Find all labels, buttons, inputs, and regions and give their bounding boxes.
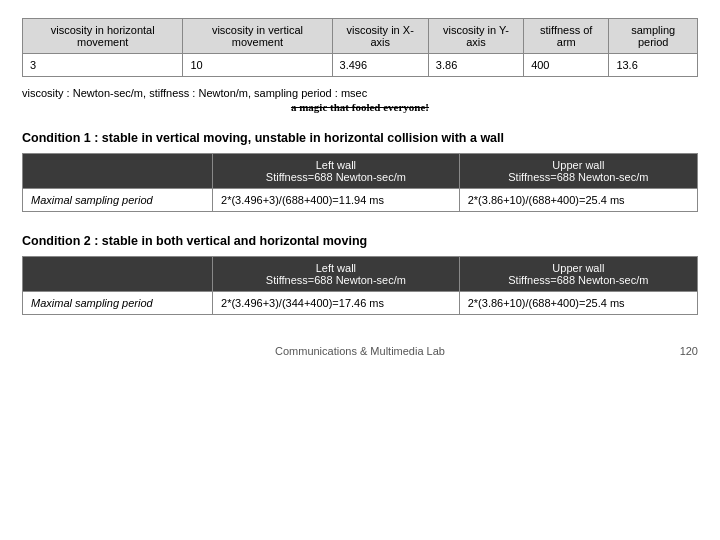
cond2-row: Maximal sampling period 2*(3.496+3)/(344… [23,292,698,315]
parameter-table: viscosity in horizontal movement viscosi… [22,18,698,77]
condition2-table: Left wallStiffness=688 Newton-sec/m Uppe… [22,256,698,315]
cond2-label: Maximal sampling period [23,292,213,315]
condition1-block: Condition 1 : stable in vertical moving,… [22,131,698,212]
notes-block: viscosity : Newton-sec/m, stiffness : Ne… [22,87,698,113]
header-viscosity-y: viscosity in Y-axis [428,19,523,54]
condition1-title: Condition 1 : stable in vertical moving,… [22,131,698,145]
val-viscosity-x: 3.496 [332,54,428,77]
val-sampling: 13.6 [609,54,698,77]
footer: Communications & Multimedia Lab 120 [22,345,698,357]
condition2-block: Condition 2 : stable in both vertical an… [22,234,698,315]
val-viscosity-horizontal: 3 [23,54,183,77]
cond2-left-val: 2*(3.496+3)/(344+400)=17.46 ms [213,292,460,315]
cond1-left-val: 2*(3.496+3)/(688+400)=11.94 ms [213,189,460,212]
val-stiffness: 400 [524,54,609,77]
header-viscosity-x: viscosity in X-axis [332,19,428,54]
cond1-label: Maximal sampling period [23,189,213,212]
header-viscosity-horizontal: viscosity in horizontal movement [23,19,183,54]
header-sampling: sampling period [609,19,698,54]
header-stiffness: stiffness of arm [524,19,609,54]
footer-center: Communications & Multimedia Lab [247,345,472,357]
note-magic: a magic that fooled everyone! [22,101,698,113]
header-viscosity-vertical: viscosity in vertical movement [183,19,332,54]
condition1-table: Left wallStiffness=688 Newton-sec/m Uppe… [22,153,698,212]
cond1-header-upper: Upper wallStiffness=688 Newton-sec/m [459,154,697,189]
cond2-header-upper: Upper wallStiffness=688 Newton-sec/m [459,257,697,292]
cond2-header-blank [23,257,213,292]
cond1-row: Maximal sampling period 2*(3.496+3)/(688… [23,189,698,212]
val-viscosity-vertical: 10 [183,54,332,77]
footer-page: 120 [473,345,698,357]
cond1-header-blank [23,154,213,189]
note-line1: viscosity : Newton-sec/m, stiffness : Ne… [22,87,698,99]
cond1-header-left: Left wallStiffness=688 Newton-sec/m [213,154,460,189]
cond2-header-left: Left wallStiffness=688 Newton-sec/m [213,257,460,292]
cond1-upper-val: 2*(3.86+10)/(688+400)=25.4 ms [459,189,697,212]
cond2-upper-val: 2*(3.86+10)/(688+400)=25.4 ms [459,292,697,315]
condition2-title: Condition 2 : stable in both vertical an… [22,234,698,248]
val-viscosity-y: 3.86 [428,54,523,77]
